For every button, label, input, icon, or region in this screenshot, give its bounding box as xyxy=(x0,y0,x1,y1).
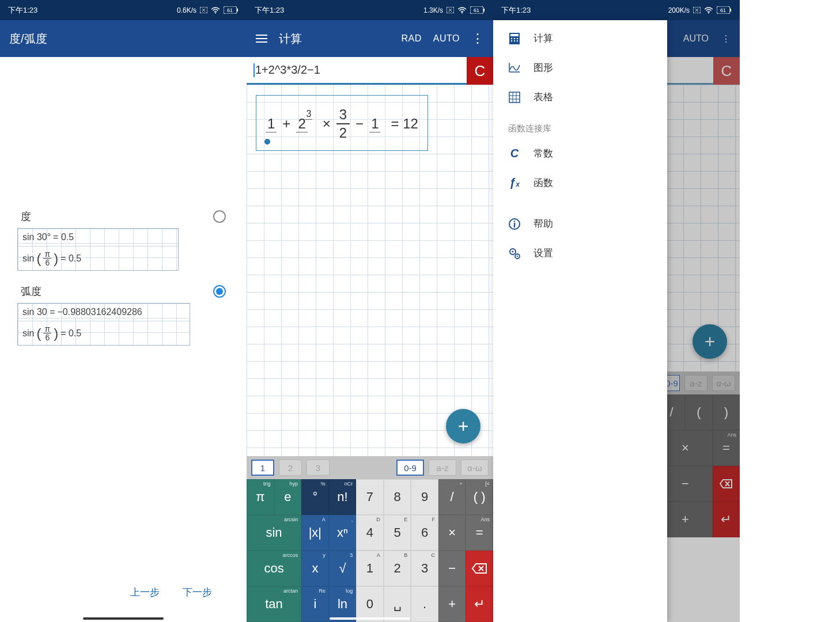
option-degrees[interactable]: 度 sin 30° = 0.5 sin ( π 6 ) = 0.5 xyxy=(17,210,229,271)
key-6[interactable]: 6F xyxy=(411,515,438,551)
key-sin[interactable]: sinarcsin xyxy=(247,515,301,551)
drawer-item-settings[interactable]: 设置 xyxy=(493,238,667,268)
radio-radians[interactable] xyxy=(213,285,226,298)
auto-toggle[interactable]: AUTO xyxy=(433,33,460,44)
kbd-tab-2[interactable]: 2 xyxy=(279,460,302,476)
key-ln[interactable]: lnlog xyxy=(329,586,357,622)
key-minus[interactable]: − xyxy=(438,551,466,586)
key-multiply[interactable]: × xyxy=(438,515,466,551)
keyboard-grid: πtrig ehyp °% n!nCr 7 8 9 /÷ ( )[< sinar… xyxy=(247,479,493,622)
kbd-tab-greek[interactable]: α-ω xyxy=(461,460,489,476)
clear-button[interactable]: C xyxy=(467,57,493,85)
battery-icon: 61 xyxy=(470,6,485,14)
radio-degrees[interactable] xyxy=(213,210,226,223)
home-indicator[interactable] xyxy=(330,617,410,620)
result-box[interactable]: 1 + 23 × 3 2 − 1 = 12 xyxy=(256,95,428,151)
key-sqrt[interactable]: √3 xyxy=(329,551,357,586)
svg-point-21 xyxy=(514,40,515,41)
kbd-tab-1[interactable]: 1 xyxy=(251,460,274,476)
key-plus[interactable]: + xyxy=(438,586,466,622)
fraction: 3 2 xyxy=(336,107,350,141)
key-5[interactable]: 5E xyxy=(384,515,411,551)
cursor-handle[interactable] xyxy=(264,139,270,145)
drawer-label: 图形 xyxy=(533,61,553,74)
key-2[interactable]: 2B xyxy=(384,551,411,586)
key-dot[interactable]: . xyxy=(411,586,438,622)
app-bar: 计算 RAD AUTO ⋮ xyxy=(247,20,493,57)
option-label: 度 xyxy=(21,210,31,223)
keyboard: 1 2 3 0-9 a-z α-ω πtrig ehyp °% n!nCr 7 … xyxy=(247,456,493,622)
info-icon xyxy=(508,218,521,230)
wizard-footer: 上一步 下一步 xyxy=(17,574,229,622)
key-8[interactable]: 8 xyxy=(384,479,411,515)
svg-point-18 xyxy=(514,37,515,39)
drawer-item-constants[interactable]: C 常数 xyxy=(493,139,667,168)
drawer-item-table[interactable]: 表格 xyxy=(493,82,667,112)
key-parens[interactable]: ( )[< xyxy=(466,479,493,515)
svg-rect-3 xyxy=(237,9,238,12)
key-space[interactable]: ␣ xyxy=(384,586,411,622)
add-fab[interactable]: + xyxy=(446,409,480,443)
key-pi[interactable]: πtrig xyxy=(247,479,274,515)
drawer-backdrop[interactable] xyxy=(667,20,740,622)
next-button[interactable]: 下一步 xyxy=(183,586,212,599)
key-i[interactable]: iRe xyxy=(301,586,329,622)
fraction: π 6 xyxy=(43,325,51,342)
key-1[interactable]: 1A xyxy=(356,551,384,586)
screen-degrees-radians: 下午1:23 0.6K/s 61 度/弧度 度 sin 30° = 0.5 si… xyxy=(0,0,247,622)
svg-point-19 xyxy=(517,37,518,39)
drawer-item-functions[interactable]: ƒx 函数 xyxy=(493,168,667,198)
backspace-icon xyxy=(471,563,487,574)
status-indicators: 0.6K/s 61 xyxy=(177,6,239,14)
option-radians[interactable]: 弧度 sin 30 = −0.98803162409286 sin ( π 6 … xyxy=(17,285,229,346)
drawer-item-help[interactable]: 帮助 xyxy=(493,209,667,238)
drawer-item-calc[interactable]: 计算 xyxy=(493,24,667,53)
key-divide[interactable]: /÷ xyxy=(438,479,466,515)
gear-icon xyxy=(508,247,521,260)
work-area[interactable]: 1 + 23 × 3 2 − 1 = 12 + xyxy=(247,85,493,456)
svg-point-1 xyxy=(215,12,216,13)
close-x-icon xyxy=(447,7,454,13)
key-backspace[interactable] xyxy=(466,551,493,586)
key-4[interactable]: 4D xyxy=(356,515,384,551)
close-x-icon xyxy=(200,7,207,13)
key-power[interactable]: xⁿ, xyxy=(329,515,357,551)
key-3[interactable]: 3C xyxy=(411,551,438,586)
kbd-tab-3[interactable]: 3 xyxy=(307,460,330,476)
svg-rect-8 xyxy=(483,9,485,12)
key-abs[interactable]: |x|A xyxy=(301,515,329,551)
key-7[interactable]: 7 xyxy=(356,479,384,515)
drawer-item-graph[interactable]: 图形 xyxy=(493,53,667,82)
key-enter[interactable]: ↵ xyxy=(466,586,493,622)
svg-point-28 xyxy=(512,251,514,252)
prev-button[interactable]: 上一步 xyxy=(130,586,160,599)
key-cos[interactable]: cosarccos xyxy=(247,551,301,586)
overflow-menu-icon[interactable]: ⋮ xyxy=(471,31,484,46)
text-cursor xyxy=(253,63,255,77)
expression-input[interactable]: 1+2^3*3/2−1 xyxy=(247,57,467,85)
net-speed: 200K/s xyxy=(668,6,690,14)
result-value: = 12 xyxy=(391,116,418,132)
key-equals[interactable]: =Ans xyxy=(466,515,493,551)
drawer-label: 帮助 xyxy=(533,217,553,230)
rad-toggle[interactable]: RAD xyxy=(402,33,422,44)
key-x[interactable]: xy xyxy=(301,551,329,586)
key-tan[interactable]: tanarctan xyxy=(247,586,301,622)
key-e[interactable]: ehyp xyxy=(274,479,302,515)
svg-point-30 xyxy=(517,255,518,256)
kbd-tab-az[interactable]: a-z xyxy=(429,460,456,476)
home-indicator[interactable] xyxy=(83,617,164,620)
drawer-label: 设置 xyxy=(533,246,553,260)
drawer-label: 计算 xyxy=(533,32,553,45)
key-degree[interactable]: °% xyxy=(301,479,329,515)
kbd-tab-09[interactable]: 0-9 xyxy=(396,460,424,476)
battery-icon: 61 xyxy=(717,6,732,14)
svg-point-20 xyxy=(511,40,512,41)
screen-drawer: 下午1:23 200K/s 61 AUTO ⋮ C + 0-9 a-z α-ω xyxy=(493,0,740,622)
menu-icon[interactable] xyxy=(256,35,267,43)
key-factorial[interactable]: n!nCr xyxy=(329,479,357,515)
key-9[interactable]: 9 xyxy=(411,479,438,515)
status-indicators: 200K/s 61 xyxy=(668,6,732,14)
svg-rect-16 xyxy=(510,34,519,36)
key-0[interactable]: 0 xyxy=(356,586,384,622)
